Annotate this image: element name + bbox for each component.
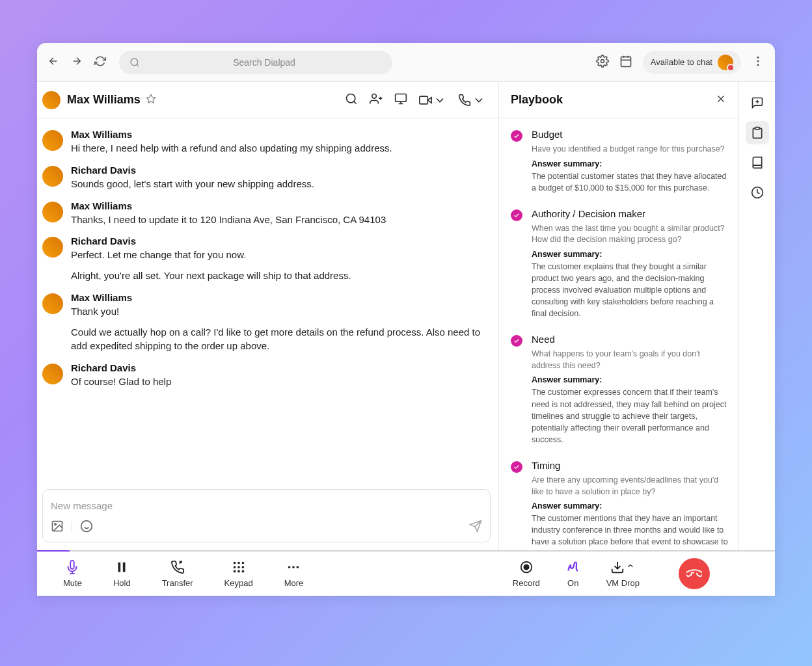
svg-point-24 bbox=[241, 566, 244, 568]
star-icon[interactable] bbox=[146, 94, 156, 107]
playbook-item-summary: The customer expresses concern that if t… bbox=[532, 386, 728, 446]
message-sender: Max Williams bbox=[71, 129, 491, 140]
check-icon bbox=[511, 461, 522, 473]
playbook-header: Playbook bbox=[499, 82, 738, 118]
mute-button[interactable]: Mute bbox=[63, 560, 82, 588]
playbook-item: Authority / Decision makerWhen was the l… bbox=[511, 208, 728, 320]
main: Max Williams Max WilliamsHi there, I nee… bbox=[37, 82, 775, 550]
message-text: Thanks, I need to update it to 120 India… bbox=[71, 213, 491, 227]
svg-point-28 bbox=[288, 566, 291, 568]
nav-buttons bbox=[47, 55, 106, 70]
record-button[interactable]: Record bbox=[513, 560, 540, 588]
message-list: Max WilliamsHi there, I need help with a… bbox=[37, 118, 498, 484]
message-sender: Richard Davis bbox=[71, 235, 491, 246]
message-avatar bbox=[42, 202, 63, 222]
svg-point-21 bbox=[241, 561, 244, 564]
composer-input[interactable] bbox=[51, 496, 482, 514]
chevron-up-icon[interactable] bbox=[626, 561, 635, 573]
playbook-item-title: Need bbox=[532, 334, 728, 345]
message-composer[interactable] bbox=[42, 489, 491, 542]
playbook-summary-label: Answer summary: bbox=[532, 250, 728, 259]
svg-point-30 bbox=[297, 566, 299, 568]
more-button[interactable]: More bbox=[284, 560, 304, 588]
chat-actions bbox=[345, 92, 493, 108]
clipboard-icon[interactable] bbox=[746, 121, 769, 144]
svg-point-27 bbox=[241, 570, 244, 572]
callbar-right: Record On VM Drop bbox=[513, 558, 710, 589]
message-text: Alright, you're all set. Your next packa… bbox=[71, 269, 491, 283]
svg-point-22 bbox=[233, 566, 236, 568]
ai-button[interactable]: On bbox=[566, 560, 580, 588]
send-icon[interactable] bbox=[469, 520, 482, 535]
svg-point-20 bbox=[237, 561, 240, 564]
playbook-item-title: Budget bbox=[532, 129, 728, 140]
settings-icon[interactable] bbox=[596, 55, 609, 70]
history-icon[interactable] bbox=[746, 181, 769, 204]
check-icon bbox=[511, 130, 522, 142]
forward-icon[interactable] bbox=[71, 55, 83, 70]
message-text: Of course! Glad to help bbox=[71, 375, 491, 389]
svg-point-14 bbox=[81, 521, 92, 532]
emoji-icon[interactable] bbox=[80, 520, 93, 535]
screenshare-icon[interactable] bbox=[394, 92, 407, 108]
keypad-label: Keypad bbox=[224, 578, 253, 588]
playbook-item-summary: The customer mentions that they have an … bbox=[532, 513, 728, 550]
playbook-title: Playbook bbox=[511, 93, 563, 107]
topbar-right: Available to chat bbox=[596, 51, 765, 74]
search-placeholder: Search Dialpad bbox=[233, 57, 295, 68]
ai-label: On bbox=[567, 578, 578, 588]
playbook-item: BudgetHave you identified a budget range… bbox=[511, 129, 728, 194]
playbook-summary-label: Answer summary: bbox=[532, 159, 728, 168]
message-avatar bbox=[42, 130, 63, 151]
playbook-body: BudgetHave you identified a budget range… bbox=[499, 118, 738, 550]
presence-chip[interactable]: Available to chat bbox=[643, 51, 741, 74]
close-icon[interactable] bbox=[715, 93, 727, 107]
hangup-button[interactable] bbox=[679, 558, 710, 589]
more-vert-icon[interactable] bbox=[751, 55, 765, 70]
refresh-icon[interactable] bbox=[94, 55, 106, 70]
message-sender: Richard Davis bbox=[71, 165, 491, 176]
add-note-icon[interactable] bbox=[746, 91, 769, 114]
add-user-icon[interactable] bbox=[370, 92, 383, 108]
search-icon bbox=[129, 57, 140, 68]
message-text: Thank you! bbox=[71, 304, 491, 319]
vmdrop-label: VM Drop bbox=[606, 578, 640, 588]
calendar-icon[interactable] bbox=[619, 55, 632, 70]
svg-point-29 bbox=[293, 566, 295, 568]
record-label: Record bbox=[513, 578, 540, 588]
hold-label: Hold bbox=[113, 578, 131, 588]
app-window: Search Dialpad Available to chat Max Wil… bbox=[37, 43, 775, 596]
svg-rect-2 bbox=[621, 57, 630, 66]
playbook-item-question: Are there any upcoming events/deadlines … bbox=[532, 475, 728, 498]
keypad-button[interactable]: Keypad bbox=[224, 560, 253, 588]
search-input[interactable]: Search Dialpad bbox=[119, 51, 392, 74]
svg-rect-18 bbox=[123, 562, 126, 572]
playbook-item-title: Timing bbox=[532, 460, 728, 471]
message: Max WilliamsThank you!Could we actually … bbox=[42, 292, 491, 353]
message-text: Could we actually hop on a call? I'd lik… bbox=[71, 325, 491, 354]
search-icon[interactable] bbox=[345, 92, 358, 108]
topbar: Search Dialpad Available to chat bbox=[37, 43, 775, 82]
back-icon[interactable] bbox=[47, 55, 59, 70]
message-text: Sounds good, let's start with your new s… bbox=[71, 177, 491, 191]
vmdrop-button[interactable]: VM Drop bbox=[606, 560, 640, 588]
svg-point-19 bbox=[233, 561, 236, 564]
playbook-item-question: When was the last time you bought a simi… bbox=[532, 223, 728, 246]
svg-point-26 bbox=[237, 570, 240, 572]
video-icon[interactable] bbox=[419, 92, 446, 108]
message: Richard DavisOf course! Glad to help bbox=[42, 362, 491, 389]
hold-button[interactable]: Hold bbox=[113, 560, 131, 588]
message-avatar bbox=[42, 166, 63, 187]
playbook-item-title: Authority / Decision maker bbox=[532, 208, 728, 219]
phone-icon[interactable] bbox=[458, 92, 485, 108]
book-icon[interactable] bbox=[746, 151, 769, 174]
callbar: Mute Hold Transfer Keypad More Reco bbox=[37, 550, 775, 596]
message-text: Hi there, I need help with a refund and … bbox=[71, 141, 491, 155]
svg-marker-10 bbox=[427, 97, 431, 102]
message-sender: Richard Davis bbox=[71, 362, 491, 373]
image-icon[interactable] bbox=[51, 520, 64, 535]
contact-avatar bbox=[42, 91, 61, 109]
transfer-button[interactable]: Transfer bbox=[162, 560, 193, 588]
playbook-summary-label: Answer summary: bbox=[532, 501, 728, 511]
message: Richard DavisSounds good, let's start wi… bbox=[42, 165, 491, 191]
